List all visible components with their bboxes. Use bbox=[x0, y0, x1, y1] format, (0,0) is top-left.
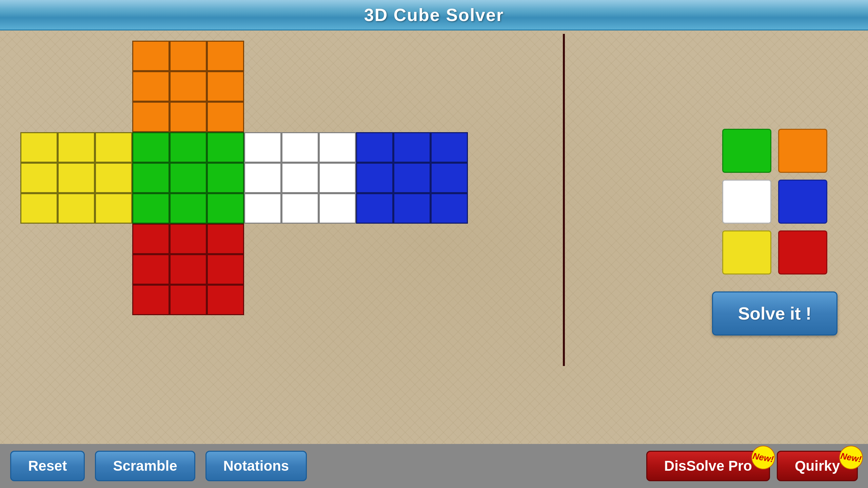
cube-face-far-right[interactable] bbox=[356, 132, 468, 224]
cube-cell[interactable] bbox=[132, 285, 170, 315]
cube-cell[interactable] bbox=[132, 224, 170, 254]
cube-cell[interactable] bbox=[20, 163, 58, 193]
cube-face-right[interactable] bbox=[244, 132, 356, 224]
cube-cell[interactable] bbox=[132, 254, 170, 285]
dissolve-pro-label: DisSolve Pro bbox=[664, 458, 752, 474]
notations-label: Notations bbox=[223, 458, 289, 474]
color-palette bbox=[722, 129, 827, 274]
cube-cell[interactable] bbox=[207, 71, 244, 102]
cube-cell[interactable] bbox=[207, 254, 244, 285]
notations-button[interactable]: Notations bbox=[205, 451, 307, 481]
cube-cell[interactable] bbox=[281, 132, 319, 163]
palette-swatch-blue[interactable] bbox=[778, 180, 827, 224]
cube-cell[interactable] bbox=[170, 163, 207, 193]
cube-cell[interactable] bbox=[207, 193, 244, 224]
cube-face-left[interactable] bbox=[20, 132, 132, 224]
cube-cell[interactable] bbox=[170, 285, 207, 315]
cube-cell[interactable] bbox=[170, 193, 207, 224]
cube-cell[interactable] bbox=[431, 193, 468, 224]
cube-cell[interactable] bbox=[170, 41, 207, 71]
dissolve-pro-button[interactable]: DisSolve Pro New! bbox=[646, 451, 770, 481]
cube-cell[interactable] bbox=[244, 132, 281, 163]
cube-face-bottom[interactable] bbox=[132, 224, 244, 315]
cube-cell[interactable] bbox=[281, 163, 319, 193]
cube-cell[interactable] bbox=[281, 193, 319, 224]
cube-cell[interactable] bbox=[95, 163, 132, 193]
palette-swatch-white[interactable] bbox=[722, 180, 771, 224]
reset-label: Reset bbox=[28, 458, 67, 474]
cube-cell[interactable] bbox=[356, 193, 393, 224]
cube-cell[interactable] bbox=[356, 163, 393, 193]
cube-cell[interactable] bbox=[244, 163, 281, 193]
cube-cell[interactable] bbox=[132, 71, 170, 102]
cube-cell[interactable] bbox=[132, 102, 170, 132]
dissolve-pro-new-badge: New! bbox=[749, 444, 777, 471]
cube-face-front[interactable] bbox=[132, 132, 244, 224]
cube-cell[interactable] bbox=[393, 163, 431, 193]
cube-cell[interactable] bbox=[431, 163, 468, 193]
cube-face-top[interactable] bbox=[132, 41, 244, 132]
cube-cell[interactable] bbox=[132, 163, 170, 193]
cube-cell[interactable] bbox=[58, 132, 95, 163]
cube-cell[interactable] bbox=[207, 224, 244, 254]
palette-swatch-red[interactable] bbox=[778, 230, 827, 274]
palette-swatch-green[interactable] bbox=[722, 129, 771, 173]
palette-swatch-yellow[interactable] bbox=[722, 230, 771, 274]
reset-button[interactable]: Reset bbox=[10, 451, 85, 481]
cube-cell[interactable] bbox=[319, 132, 356, 163]
solve-button-label: Solve it ! bbox=[738, 303, 812, 324]
cube-cell[interactable] bbox=[170, 254, 207, 285]
cube-cell[interactable] bbox=[319, 163, 356, 193]
cube-cell[interactable] bbox=[207, 102, 244, 132]
cube-cell[interactable] bbox=[20, 193, 58, 224]
cube-cell[interactable] bbox=[244, 193, 281, 224]
vertical-divider bbox=[563, 34, 565, 366]
scramble-label: Scramble bbox=[113, 458, 177, 474]
cube-cell[interactable] bbox=[207, 41, 244, 71]
footer-right-buttons: DisSolve Pro New! Quirky New! bbox=[646, 451, 858, 481]
cube-cell[interactable] bbox=[132, 41, 170, 71]
cube-cell[interactable] bbox=[207, 285, 244, 315]
cube-cell[interactable] bbox=[207, 132, 244, 163]
footer-bar: Reset Scramble Notations DisSolve Pro Ne… bbox=[0, 444, 868, 488]
cube-cell[interactable] bbox=[170, 102, 207, 132]
cube-cell[interactable] bbox=[431, 132, 468, 163]
cube-cell[interactable] bbox=[393, 193, 431, 224]
solve-button[interactable]: Solve it ! bbox=[712, 291, 837, 336]
cube-cell[interactable] bbox=[319, 193, 356, 224]
scramble-button[interactable]: Scramble bbox=[95, 451, 195, 481]
cube-cell[interactable] bbox=[95, 132, 132, 163]
cube-cell[interactable] bbox=[132, 132, 170, 163]
cube-cell[interactable] bbox=[58, 193, 95, 224]
cube-cell[interactable] bbox=[132, 193, 170, 224]
cube-cell[interactable] bbox=[58, 163, 95, 193]
cube-cell[interactable] bbox=[207, 163, 244, 193]
cube-cell[interactable] bbox=[356, 132, 393, 163]
quirky-new-badge: New! bbox=[837, 444, 865, 471]
cube-cell[interactable] bbox=[20, 132, 58, 163]
page-title: 3D Cube Solver bbox=[364, 5, 504, 25]
quirky-label: Quirky bbox=[795, 458, 840, 474]
header-bar: 3D Cube Solver bbox=[0, 0, 868, 30]
cube-cell[interactable] bbox=[393, 132, 431, 163]
cube-cell[interactable] bbox=[170, 224, 207, 254]
palette-swatch-orange[interactable] bbox=[778, 129, 827, 173]
quirky-button[interactable]: Quirky New! bbox=[777, 451, 858, 481]
cube-cell[interactable] bbox=[170, 71, 207, 102]
cube-cell[interactable] bbox=[170, 132, 207, 163]
cube-cell[interactable] bbox=[95, 193, 132, 224]
